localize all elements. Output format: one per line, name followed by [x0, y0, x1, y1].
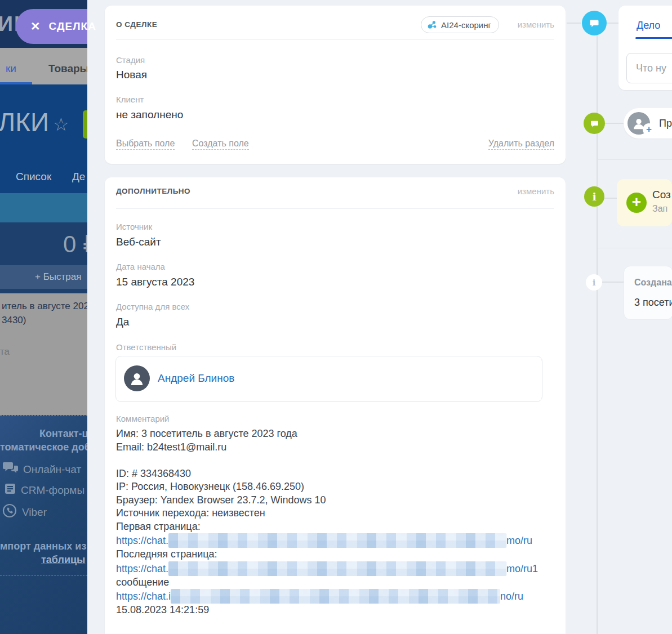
- field-value-available: Да: [116, 316, 129, 328]
- close-icon: ✕: [30, 20, 41, 33]
- timeline-connector: [604, 198, 617, 199]
- field-label: Источник: [116, 222, 152, 231]
- invite-pill[interactable]: + Пр: [624, 108, 672, 139]
- info-icon-green: i: [584, 186, 604, 207]
- channel-crm-forms[interactable]: CRM-формы: [5, 483, 84, 497]
- timeline-connector: [602, 282, 624, 283]
- edit-section-link[interactable]: изменить: [518, 186, 554, 196]
- url-prefix: https://chat.: [116, 563, 168, 574]
- create-activity-subtitle-fragment: Зап: [652, 204, 667, 214]
- active-tab-underline: [635, 37, 672, 39]
- plus-icon: +: [626, 193, 647, 213]
- comment-line: Последняя страница:: [116, 548, 554, 561]
- first-page-url-link[interactable]: https://chat.mo/ru: [116, 533, 554, 548]
- timeline-connector: [607, 23, 618, 24]
- avatar: +: [628, 112, 650, 135]
- background-title-section: ЛКИ ☆ Список Де: [0, 84, 87, 193]
- create-activity-title-fragment: Соз: [652, 189, 671, 201]
- promo-heading-line1: Контакт-ц: [39, 428, 87, 440]
- slider-entity-label: СДЕЛКА: [49, 20, 96, 33]
- invite-label-fragment: Пр: [659, 118, 672, 130]
- quick-add-label: + Быстрая: [35, 271, 81, 283]
- promo-footer-line: мпорт данных из д: [0, 541, 87, 552]
- kanban-card-title-line1: итель в августе 202: [2, 301, 87, 312]
- edit-section-link[interactable]: изменить: [518, 20, 554, 29]
- last-page-url-link[interactable]: https://chat.mo/ru1: [116, 561, 554, 576]
- timeline-divider: [598, 159, 672, 160]
- comment-line: ID: # 334368430: [116, 467, 554, 481]
- additional-card: ДОПОЛНИТЕЛЬНО изменить Источник Веб-сайт…: [105, 177, 566, 634]
- event-title-fragment: Создана: [634, 278, 672, 288]
- form-document-icon: [5, 483, 16, 497]
- promo-tables-link[interactable]: таблицы: [41, 554, 85, 566]
- tab-activity[interactable]: Дело: [637, 20, 660, 32]
- kanban-spacer: [0, 289, 87, 293]
- activity-input[interactable]: [626, 53, 672, 83]
- comment-text: Имя: 3 посетитель в августе 2023 года Em…: [116, 427, 554, 617]
- channel-online-chat[interactable]: Онлайн-чат: [3, 462, 81, 477]
- field-value-source: Веб-сайт: [116, 236, 161, 248]
- comment-line: IP: Россия, Новокузнецк (158.46.69.250): [116, 480, 554, 494]
- section-title: О СДЕЛКЕ: [116, 20, 157, 29]
- ai-scoring-badge[interactable]: AI24-скоринг: [421, 16, 499, 33]
- avatar: [124, 365, 150, 391]
- field-label: Ответственный: [116, 342, 176, 352]
- timeline-connector: [605, 123, 624, 124]
- comment-line: Источник перехода: неизвестен: [116, 507, 554, 520]
- about-deal-card: О СДЕЛКЕ AI24-скоринг изменить Стадия Но…: [105, 6, 566, 164]
- comment-line: Первая страница:: [116, 520, 554, 534]
- channel-label: Viber: [22, 506, 47, 519]
- timeline-connector: [567, 23, 581, 24]
- stage-total-sum: 0 ₽: [63, 230, 87, 258]
- url-suffix: mo/ru1: [506, 563, 538, 574]
- tab-deals-fragment[interactable]: ки: [6, 62, 16, 75]
- view-tab-activities-fragment[interactable]: Де: [72, 171, 85, 183]
- viber-icon: [2, 503, 17, 521]
- channel-viber[interactable]: Viber: [2, 503, 47, 521]
- comment-line: Браузер: Yandex Browser 23.7.2, Windows …: [116, 494, 554, 507]
- background-tab-bar: ки Товары: [0, 48, 87, 84]
- sidebar-promo-block: Контакт-ц томатическое доб Онлайн-чат CR…: [0, 415, 87, 634]
- redacted-url-blur: [171, 589, 500, 604]
- promo-heading-line2: томатическое доб: [0, 441, 87, 453]
- ai-scoring-label: AI24-скоринг: [441, 20, 491, 30]
- url-suffix: no/ru: [500, 591, 523, 602]
- create-field-link[interactable]: Создать поле: [192, 139, 249, 150]
- comment-blank-line: [116, 454, 554, 467]
- slider-close-button[interactable]: ✕ СДЕЛКА: [16, 9, 87, 44]
- field-value-start-date: 15 августа 2023: [116, 276, 194, 288]
- timeline-divider: [598, 248, 672, 248]
- url-suffix: mo/ru: [506, 535, 532, 546]
- field-label: Дата начала: [116, 262, 165, 271]
- favorite-star-icon[interactable]: ☆: [53, 114, 69, 135]
- kanban-card[interactable]: итель в августе 202 3430) та: [0, 293, 87, 415]
- add-deal-button-fragment[interactable]: [83, 110, 87, 139]
- bitrix-deal-slider-screen: ИКС ки Товары ЛКИ ☆ Список Де 0 ₽ + Быст…: [0, 0, 672, 634]
- comment-line: Email: b24test1@mail.ru: [116, 441, 554, 454]
- field-label: Комментарий: [116, 414, 169, 423]
- channel-label: Онлайн-чат: [23, 463, 81, 476]
- card-divider: [116, 208, 554, 209]
- field-label: Стадия: [116, 55, 145, 65]
- info-icon-gray: i: [586, 274, 602, 291]
- channel-label: CRM-формы: [21, 484, 84, 497]
- message-url-link[interactable]: https://chat.ino/ru: [116, 589, 554, 604]
- field-value-client: не заполнено: [116, 109, 183, 121]
- select-field-link[interactable]: Выбрать поле: [116, 139, 175, 150]
- kanban-stage-header: [0, 193, 87, 222]
- comment-line: Имя: 3 посетитель в августе 2023 года: [116, 427, 554, 441]
- view-tab-list[interactable]: Список: [16, 171, 51, 183]
- delete-section-link[interactable]: Удалить раздел: [488, 139, 554, 150]
- quick-add-deal-row[interactable]: + Быстрая: [0, 265, 87, 289]
- redacted-url-blur: [168, 533, 506, 548]
- responsible-box: Андрей Блинов: [115, 356, 542, 402]
- create-activity-card[interactable]: + Соз Зап: [617, 179, 672, 226]
- page-title-fragment: ЛКИ: [0, 107, 49, 137]
- card-divider: [116, 39, 554, 40]
- kanban-card-title-line2: 3430): [2, 315, 26, 326]
- comment-timestamp: 15.08.2023 14:21:59: [116, 604, 554, 617]
- comment-bubble-icon: [582, 11, 607, 35]
- tab-products[interactable]: Товары: [48, 62, 87, 75]
- kanban-card-muted-fragment: та: [0, 346, 10, 358]
- responsible-user-link[interactable]: Андрей Блинов: [158, 372, 234, 385]
